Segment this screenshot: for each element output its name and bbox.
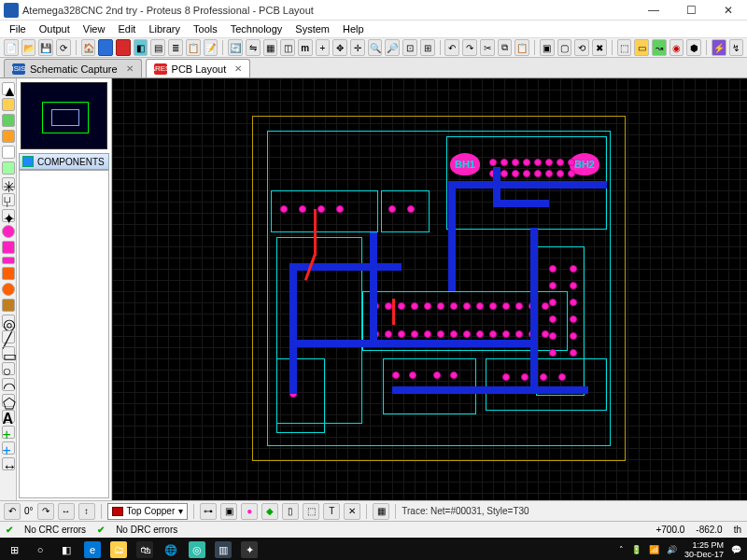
pcb-module-icon[interactable] — [116, 39, 131, 56]
square-pad-icon[interactable] — [2, 241, 15, 254]
maximize-button[interactable]: ☐ — [672, 0, 710, 21]
trace-style-icon[interactable] — [2, 299, 15, 312]
menu-view[interactable]: View — [78, 23, 111, 35]
menu-file[interactable]: File — [4, 23, 32, 35]
filter-graphic-icon[interactable]: ◆ — [261, 503, 278, 520]
zone-tool-icon[interactable] — [2, 161, 15, 175]
start-icon[interactable]: ⊞ — [6, 541, 22, 558]
track-tool-icon[interactable] — [2, 130, 15, 143]
marker-icon[interactable]: + — [2, 441, 15, 455]
smd-pad-icon[interactable] — [2, 257, 15, 264]
home-icon[interactable]: 🏠 — [81, 39, 96, 56]
metric-icon[interactable]: m — [298, 39, 313, 56]
close-button[interactable]: ✕ — [710, 0, 747, 21]
pick-icon[interactable]: ⬚ — [617, 39, 632, 56]
schematic-module-icon[interactable] — [98, 39, 113, 56]
tab-close-icon[interactable]: ✕ — [126, 63, 134, 74]
mirror-x-icon[interactable]: ↔ — [58, 503, 75, 520]
redo-icon[interactable]: ↷ — [462, 39, 477, 56]
rot-cw-icon[interactable]: ↷ — [37, 503, 54, 520]
circle2d-icon[interactable]: ○ — [2, 362, 15, 375]
tab-close-icon[interactable]: ✕ — [234, 63, 242, 74]
mirror-y-icon[interactable]: ↕ — [78, 503, 95, 520]
rot-ccw-icon[interactable]: ↶ — [4, 503, 21, 520]
block-copy-icon[interactable]: ▣ — [540, 39, 555, 56]
origin-icon[interactable]: + — [316, 39, 331, 56]
app4-icon[interactable]: ◎ — [189, 541, 205, 558]
via-tool-icon[interactable]: ◉ — [669, 39, 684, 56]
explorer-icon[interactable]: 🗂 — [110, 541, 127, 558]
tray-up-icon[interactable]: ˄ — [619, 545, 624, 554]
dimension-icon[interactable]: ↔ — [2, 457, 15, 470]
menu-tools[interactable]: Tools — [188, 23, 223, 35]
menu-system[interactable]: System — [289, 23, 335, 35]
block-move-icon[interactable]: ▢ — [557, 39, 572, 56]
block-delete-icon[interactable]: ✖ — [592, 39, 607, 56]
menu-output[interactable]: Output — [34, 23, 76, 35]
redraw-icon[interactable]: 🔄 — [228, 39, 243, 56]
select-tool-icon[interactable]: ▲ — [2, 82, 15, 95]
package-tool-icon[interactable] — [2, 114, 15, 127]
tray-sound-icon[interactable]: 🔊 — [667, 545, 677, 554]
filter-text-icon[interactable]: T — [323, 503, 340, 520]
layer-selector[interactable]: Top Copper ▾ — [107, 503, 189, 520]
filter-wire-icon[interactable]: ⊶ — [200, 503, 217, 520]
tab-schematic[interactable]: ISIS Schematic Capture ✕ — [4, 59, 142, 77]
component-tool-icon[interactable] — [2, 98, 15, 111]
connectivity-icon[interactable]: ↯ — [729, 39, 744, 56]
store-icon[interactable]: 🛍 — [136, 541, 153, 558]
minimize-button[interactable]: — — [635, 0, 672, 21]
chrome-icon[interactable]: 🌐 — [162, 541, 179, 558]
via-tool-icon[interactable] — [2, 146, 15, 159]
edge-pad-icon[interactable] — [2, 267, 15, 280]
tab-pcb[interactable]: ARES PCB Layout ✕ — [146, 59, 251, 77]
app5-icon[interactable]: ▥ — [215, 541, 232, 558]
filter-marker-icon[interactable]: ▯ — [282, 503, 299, 520]
ratsnest-icon[interactable]: ✳ — [2, 177, 15, 190]
polygon-pad-icon[interactable] — [2, 283, 15, 296]
menu-help[interactable]: Help — [337, 23, 370, 35]
center-icon[interactable]: ✛ — [350, 39, 365, 56]
zoomout-icon[interactable]: 🔎 — [385, 39, 400, 56]
open-icon[interactable]: 📂 — [21, 39, 36, 56]
refresh-icon[interactable]: ⟳ — [56, 39, 71, 56]
filter-pad-icon[interactable]: ● — [241, 503, 258, 520]
filter-ratsnest-icon[interactable]: ✕ — [344, 503, 360, 520]
symbol-icon[interactable]: + — [2, 426, 15, 439]
copy-icon[interactable]: ⧉ — [498, 39, 513, 56]
zone-icon[interactable]: ⬢ — [686, 39, 701, 56]
menu-technology[interactable]: Technology — [225, 23, 289, 35]
board-preview[interactable] — [21, 82, 107, 149]
highlight-icon[interactable]: ✦ — [2, 209, 15, 222]
cut-icon[interactable]: ✂ — [480, 39, 495, 56]
tray-battery-icon[interactable]: 🔋 — [631, 545, 641, 554]
flip-icon[interactable]: ⇋ — [246, 39, 261, 56]
box2d-icon[interactable]: ▭ — [2, 346, 15, 359]
track-icon[interactable]: ↝ — [652, 39, 667, 56]
autoroute-icon[interactable]: ⚡ — [712, 39, 726, 56]
zoomarea-icon[interactable]: ⊞ — [420, 39, 435, 56]
layer-toggle-icon[interactable]: ◫ — [280, 39, 295, 56]
text2d-icon[interactable]: A — [2, 410, 15, 423]
components-panel-header[interactable]: COMPONENTS — [19, 153, 109, 170]
edge-icon[interactable]: e — [84, 541, 101, 558]
proteus-task-icon[interactable]: ✦ — [241, 541, 258, 558]
save-icon[interactable]: 💾 — [38, 39, 53, 56]
paste-icon[interactable]: 📋 — [514, 39, 529, 56]
block-rotate-icon[interactable]: ⟲ — [574, 39, 589, 56]
tray-notifications-icon[interactable]: 💬 — [731, 545, 741, 554]
taskview-icon[interactable]: ◧ — [58, 541, 75, 558]
cortana-icon[interactable]: ○ — [32, 541, 49, 558]
zoomall-icon[interactable]: ⊡ — [402, 39, 417, 56]
filter-zone-icon[interactable]: ⬚ — [303, 503, 319, 520]
tray-wifi-icon[interactable]: 📶 — [649, 545, 659, 554]
designexplorer-icon[interactable]: ≣ — [168, 39, 183, 56]
toggle-all-icon[interactable]: ▦ — [373, 503, 389, 520]
filter-comp-icon[interactable]: ▣ — [220, 503, 237, 520]
notes-icon[interactable]: 📝 — [204, 39, 218, 56]
gerber-icon[interactable]: ▤ — [150, 39, 165, 56]
menu-edit[interactable]: Edit — [112, 23, 141, 35]
pcb-canvas[interactable]: BH1 BH2 — [112, 78, 747, 500]
system-tray[interactable]: ˄ 🔋 📶 🔊 1:25 PM 30-Dec-17 💬 — [619, 540, 741, 559]
threeD-icon[interactable]: ◧ — [134, 39, 148, 56]
